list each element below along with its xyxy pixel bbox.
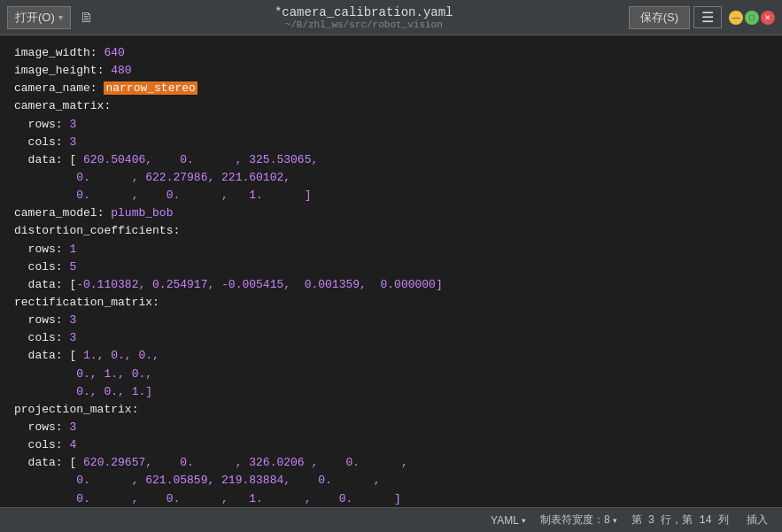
editor-line: 0., 0., 1.] (14, 383, 768, 401)
titlebar-left: 打开(O) ▾ 🗎 (7, 6, 99, 29)
yaml-key: cols (14, 438, 56, 451)
editor-line: rows: 3 (14, 419, 768, 436)
editor-line: data: [ 1., 0., 0., (14, 347, 768, 365)
title-path: ~/B/zhl_ws/src/robot_vision (99, 19, 629, 30)
yaml-key: data (14, 456, 56, 469)
yaml-key: camera_model (14, 206, 97, 220)
file-icon-button[interactable]: 🗎 (74, 6, 99, 29)
yaml-key: rows (14, 118, 56, 131)
tab-width-selector[interactable]: 制表符宽度：8 ▾ (540, 513, 617, 528)
yaml-value: 480 (111, 64, 131, 77)
yaml-key: data (14, 278, 56, 291)
editor-line: cols: 4 (14, 436, 768, 454)
maximize-button[interactable]: □ (745, 11, 759, 25)
yaml-value: 0. , 622.27986, 221.60102, (76, 171, 290, 184)
titlebar-right: 保存(S) ☰ — □ ✕ (629, 6, 775, 29)
yaml-value: 620.50406, 0. , 325.53065, (83, 153, 318, 166)
editor-line: cols: 5 (14, 258, 768, 276)
editor[interactable]: image_width: 640image_height: 480camera_… (0, 35, 782, 507)
editor-line: 0. , 622.27986, 221.60102, (14, 169, 768, 187)
editor-line: rows: 3 (14, 312, 768, 329)
yaml-key: distortion_coefficients (14, 224, 173, 237)
editor-line: rows: 3 (14, 116, 768, 134)
yaml-key: camera_matrix (14, 99, 104, 112)
menu-button[interactable]: ☰ (693, 6, 722, 28)
yaml-value: 1., 0., 0., (83, 349, 159, 362)
save-button[interactable]: 保存(S) (629, 6, 690, 29)
titlebar: 打开(O) ▾ 🗎 *camera_calibration.yaml ~/B/z… (0, 0, 782, 35)
language-arrow: ▾ (522, 516, 526, 525)
yaml-key: image_width (14, 46, 90, 59)
editor-line: camera_matrix: (14, 97, 768, 115)
yaml-value: -0.110382, 0.254917, -0.005415, 0.001359… (76, 278, 442, 291)
titlebar-center: *camera_calibration.yaml ~/B/zhl_ws/src/… (99, 5, 629, 30)
yaml-key: image_height (14, 64, 97, 77)
yaml-key: camera_name (14, 81, 90, 95)
editor-line: 0. , 0. , 1. , 0. ] (14, 490, 768, 507)
yaml-value: 0. , 0. , 1. , 0. ] (76, 492, 401, 505)
editor-line: cols: 3 (14, 134, 768, 151)
yaml-value: 0. , 621.05859, 219.83884, 0. , (76, 474, 380, 487)
editor-line: data: [ 620.50406, 0. , 325.53065, (14, 151, 768, 169)
tab-width-label: 制表符宽度：8 (540, 513, 610, 528)
editor-line: projection_matrix: (14, 401, 768, 419)
editor-line: image_height: 480 (14, 62, 768, 80)
yaml-value: 3 (69, 313, 76, 327)
editor-line: cols: 3 (14, 329, 768, 347)
minimize-button[interactable]: — (729, 11, 743, 25)
highlighted-value: narrow_stereo (104, 81, 197, 95)
editor-line: 0. , 0. , 1. ] (14, 187, 768, 204)
yaml-value: 3 (69, 331, 76, 344)
yaml-value: 0., 1., 0., (76, 367, 152, 381)
language-selector[interactable]: YAML ▾ (491, 514, 526, 527)
window-controls: — □ ✕ (729, 11, 775, 25)
open-dropdown-arrow: ▾ (58, 12, 63, 22)
editor-line: camera_name: narrow_stereo (14, 80, 768, 97)
close-button[interactable]: ✕ (761, 11, 775, 25)
yaml-key: rows (14, 420, 56, 434)
title-filename: *camera_calibration.yaml (99, 5, 629, 19)
editor-line: distortion_coefficients: (14, 222, 768, 240)
tab-width-arrow: ▾ (613, 516, 617, 525)
yaml-key: projection_matrix (14, 403, 132, 416)
yaml-key: cols (14, 331, 56, 344)
yaml-value: 620.29657, 0. , 326.0206 , 0. , (83, 456, 408, 469)
yaml-value: plumb_bob (111, 206, 173, 220)
cursor-position: 第 3 行，第 14 列 (631, 513, 729, 528)
yaml-value: 3 (69, 118, 76, 131)
editor-line: rectification_matrix: (14, 294, 768, 312)
insert-mode-button[interactable]: 插入 (743, 513, 771, 528)
yaml-value: 3 (69, 420, 76, 434)
yaml-key: rows (14, 313, 56, 327)
open-button[interactable]: 打开(O) ▾ (7, 6, 71, 29)
yaml-value: 0., 0., 1.] (76, 385, 152, 398)
yaml-key: data (14, 349, 56, 362)
yaml-key: rectification_matrix (14, 296, 152, 309)
editor-line: image_width: 640 (14, 44, 768, 62)
yaml-value: 0. , 0. , 1. ] (76, 189, 311, 202)
yaml-key: rows (14, 243, 56, 256)
yaml-value: 3 (69, 135, 76, 149)
yaml-value: 1 (69, 243, 76, 256)
editor-line: data: [ 620.29657, 0. , 326.0206 , 0. , (14, 454, 768, 472)
language-label: YAML (491, 514, 519, 527)
statusbar: YAML ▾ 制表符宽度：8 ▾ 第 3 行，第 14 列 插入 (0, 507, 782, 532)
yaml-key: cols (14, 135, 56, 149)
yaml-key: cols (14, 260, 56, 274)
editor-line: data: [-0.110382, 0.254917, -0.005415, 0… (14, 276, 768, 294)
editor-line: camera_model: plumb_bob (14, 204, 768, 222)
open-label: 打开(O) (15, 10, 55, 26)
yaml-value: 640 (104, 46, 124, 59)
yaml-value: 5 (69, 260, 76, 274)
editor-line: 0., 1., 0., (14, 366, 768, 383)
editor-line: 0. , 621.05859, 219.83884, 0. , (14, 472, 768, 490)
yaml-value: 4 (69, 438, 76, 451)
yaml-key: data (14, 153, 56, 166)
editor-line: rows: 1 (14, 241, 768, 258)
